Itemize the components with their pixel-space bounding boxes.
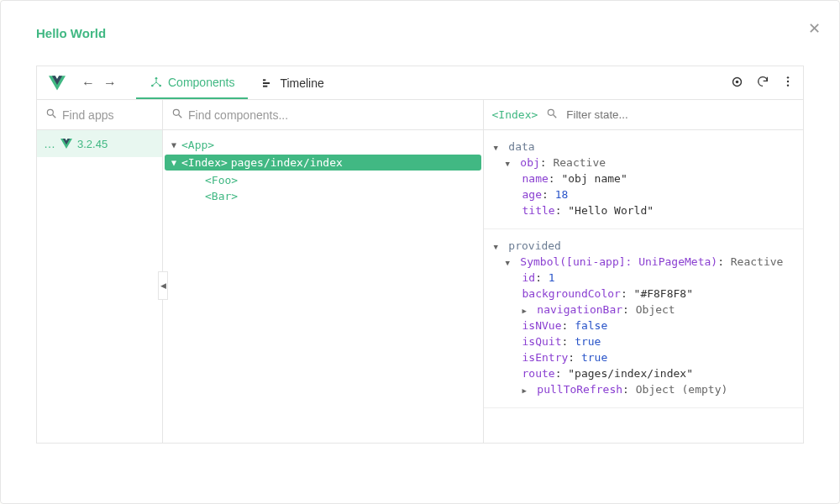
svg-rect-5 — [263, 85, 267, 87]
caret-right-icon: ▶ — [522, 307, 531, 315]
state-column: <Index> ▼ data ▼ obj: Reactive name: "ob… — [484, 100, 804, 443]
component-tree-column: ▼ <App> ▼ <Index> pages/index/index <Foo… — [163, 100, 484, 443]
refresh-icon[interactable] — [756, 75, 769, 91]
state-row[interactable]: age: 18 — [494, 186, 794, 202]
apps-column: … 3.2.45 — [37, 100, 163, 443]
svg-rect-3 — [263, 79, 265, 81]
state-row[interactable]: backgroundColor: "#F8F8F8" — [494, 286, 794, 302]
state-row[interactable]: title: "Hello World" — [494, 202, 794, 218]
svg-point-10 — [787, 84, 789, 86]
state-row[interactable]: ▼ obj: Reactive — [494, 155, 794, 171]
tree-node-app[interactable]: ▼ <App> — [171, 137, 475, 153]
state-section-data: ▼ data ▼ obj: Reactive name: "obj name" … — [484, 130, 804, 229]
components-icon — [150, 76, 163, 89]
apps-search-input[interactable] — [62, 108, 154, 122]
tab-label: Timeline — [280, 76, 323, 90]
state-row[interactable]: ▼ Symbol([uni-app]: UniPageMeta): Reacti… — [494, 254, 794, 270]
state-section-provided: ▼ provided ▼ Symbol([uni-app]: UniPageMe… — [484, 229, 804, 408]
state-row[interactable]: isEntry: true — [494, 349, 794, 365]
close-icon[interactable]: ✕ — [808, 19, 821, 38]
svg-point-15 — [549, 109, 554, 115]
tab-label: Components — [168, 76, 234, 89]
page-title: Hello World — [36, 26, 804, 40]
caret-down-icon[interactable]: ▼ — [494, 243, 502, 251]
target-icon[interactable] — [730, 75, 744, 92]
search-icon — [546, 108, 558, 122]
state-filter-input[interactable] — [566, 108, 795, 121]
search-icon — [45, 108, 57, 122]
tab-timeline[interactable]: Timeline — [248, 66, 337, 99]
app-item[interactable]: … 3.2.45 — [37, 130, 162, 157]
search-icon — [171, 108, 183, 122]
svg-point-9 — [787, 81, 789, 82]
svg-point-8 — [787, 76, 789, 78]
svg-line-14 — [179, 115, 182, 118]
svg-line-16 — [554, 115, 557, 118]
components-search-input[interactable] — [188, 108, 475, 122]
kebab-menu-icon[interactable] — [781, 75, 795, 91]
caret-down-icon: ▼ — [506, 160, 514, 168]
caret-down-icon: ▼ — [171, 158, 178, 167]
state-row[interactable]: name: "obj name" — [494, 171, 794, 186]
section-title: provided — [508, 239, 561, 252]
section-title: data — [508, 140, 534, 153]
state-row[interactable]: id: 1 — [494, 270, 794, 286]
app-version: 3.2.45 — [77, 138, 108, 150]
component-tag: <Index> — [181, 156, 228, 169]
caret-down-icon[interactable]: ▼ — [494, 144, 502, 152]
svg-rect-4 — [263, 82, 270, 84]
component-tag: <Foo> — [205, 174, 238, 186]
tab-components[interactable]: Components — [136, 66, 248, 99]
component-tag: <Bar> — [205, 190, 238, 202]
back-button[interactable]: ← — [77, 76, 99, 91]
svg-point-0 — [155, 77, 158, 80]
caret-down-icon: ▼ — [506, 259, 514, 267]
vue-mark-icon — [60, 139, 72, 149]
vue-logo-icon — [49, 76, 66, 91]
svg-point-13 — [173, 109, 179, 115]
state-row[interactable]: ▶ pullToRefresh: Object (empty) — [494, 381, 794, 397]
tree-node-bar[interactable]: <Bar> — [171, 188, 475, 204]
tree-node-foo[interactable]: <Foo> — [171, 172, 475, 188]
state-row[interactable]: ▶ navigationBar: Object — [494, 302, 794, 318]
state-row[interactable]: isNVue: false — [494, 318, 794, 333]
forward-button[interactable]: → — [99, 76, 121, 91]
svg-point-7 — [736, 80, 739, 83]
component-tag: <App> — [181, 139, 214, 151]
tree-node-index[interactable]: ▼ <Index> pages/index/index — [165, 155, 481, 171]
caret-right-icon: ▶ — [522, 386, 531, 395]
selected-component-tag: <Index> — [492, 108, 538, 121]
ellipsis-text: … — [44, 137, 55, 150]
state-row[interactable]: isQuit: true — [494, 333, 794, 349]
component-path: pages/index/index — [231, 156, 343, 169]
svg-line-12 — [53, 115, 56, 118]
devtools-panel: ← → Components Timeline — [36, 66, 804, 444]
timeline-icon — [261, 76, 275, 90]
state-row[interactable]: route: "pages/index/index" — [494, 365, 794, 381]
toolbar: ← → Components Timeline — [37, 66, 803, 100]
svg-point-11 — [47, 109, 53, 115]
collapse-handle[interactable]: ◀ — [158, 271, 168, 300]
caret-down-icon: ▼ — [171, 140, 178, 150]
